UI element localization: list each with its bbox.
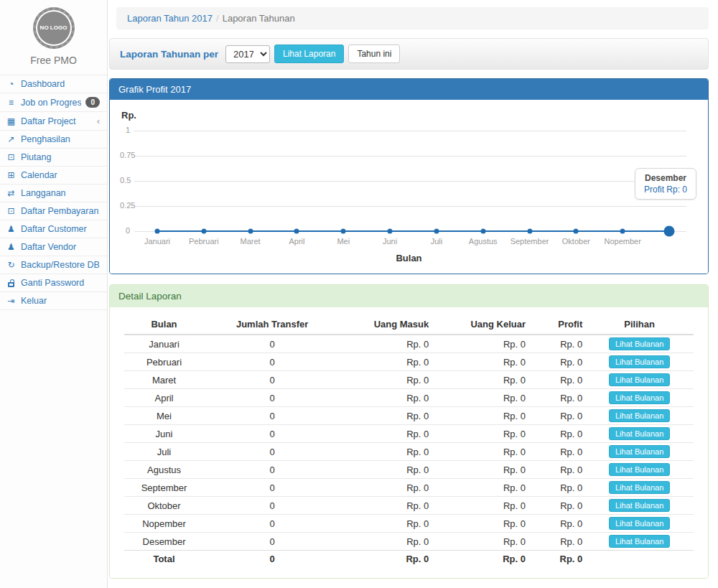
cell-bulan: Nopember — [124, 515, 204, 533]
chart-data-point-juni[interactable] — [388, 229, 393, 234]
cell-uang-keluar: Rp. 0 — [432, 443, 528, 461]
this-year-button[interactable]: Tahun ini — [348, 45, 400, 63]
sidebar-item-langganan[interactable]: ⇄Langganan — [0, 185, 107, 202]
sidebar-item-backup-restore-db[interactable]: ↻Backup/Restore DB — [0, 256, 107, 274]
view-monthly-button-nopember[interactable]: Lihat Bulanan — [609, 517, 670, 530]
table-row-maret: Maret0Rp. 0Rp. 0Rp. 0Lihat Bulanan — [124, 371, 694, 389]
sidebar-item-piutang[interactable]: ⊡Piutang — [0, 149, 107, 167]
view-report-button[interactable]: Lihat Laporan — [274, 45, 344, 63]
cell-profit: Rp. 0 — [528, 533, 585, 551]
cell-jumlah-transfer: 0 — [204, 407, 340, 425]
view-monthly-button-april[interactable]: Lihat Bulanan — [609, 391, 670, 404]
view-monthly-button-oktober[interactable]: Lihat Bulanan — [609, 499, 670, 512]
total-uang-keluar: Rp. 0 — [432, 551, 528, 568]
cell-uang-keluar: Rp. 0 — [432, 371, 528, 389]
brand-name: Free PMO — [0, 55, 107, 72]
sidebar-item-keluar[interactable]: ⇥Keluar — [0, 292, 107, 310]
view-monthly-button-juni[interactable]: Lihat Bulanan — [609, 427, 670, 440]
cell-bulan: Agustus — [124, 461, 204, 479]
view-monthly-button-januari[interactable]: Lihat Bulanan — [609, 337, 670, 350]
sidebar-item-daftar-vendor[interactable]: ♟Daftar Vendor — [0, 238, 107, 256]
chart-data-point-nopember[interactable] — [620, 229, 625, 234]
breadcrumb-link-year[interactable]: Laporan Tahun 2017 — [127, 13, 213, 24]
table-row-januari: Januari0Rp. 0Rp. 0Rp. 0Lihat Bulanan — [124, 335, 694, 353]
column-header-profit: Profit — [528, 314, 585, 335]
cell-bulan: Oktober — [124, 497, 204, 515]
y-axis-tick-label: 0 — [120, 226, 147, 235]
sidebar-item-label: Calendar — [21, 170, 101, 180]
chart-data-point-desember[interactable] — [664, 226, 675, 237]
cell-pilihan: Lihat Bulanan — [585, 371, 694, 389]
year-select[interactable]: 2017 — [225, 45, 270, 63]
breadcrumb-current: Laporan Tahunan — [223, 13, 295, 24]
sidebar-item-daftar-customer[interactable]: ♟Daftar Customer — [0, 220, 107, 238]
chart-data-point-oktober[interactable] — [574, 229, 579, 234]
cell-jumlah-transfer: 0 — [204, 335, 340, 353]
sidebar-item-job-on-progress[interactable]: ≡Job on Progress0 — [0, 93, 107, 112]
chart-data-point-pebruari[interactable] — [201, 229, 206, 234]
cell-profit: Rp. 0 — [528, 497, 585, 515]
logo-text: NO LOGO — [40, 24, 67, 32]
report-filter-bar: Laporan Tahunan per 2017 Lihat Laporan T… — [109, 38, 709, 70]
money-icon: ⊡ — [6, 152, 17, 162]
chart-data-point-april[interactable] — [294, 229, 299, 234]
view-monthly-button-desember[interactable]: Lihat Bulanan — [609, 535, 670, 548]
view-monthly-button-juli[interactable]: Lihat Bulanan — [609, 445, 670, 458]
sidebar-item-dashboard[interactable]: ◔Dashboard — [0, 75, 107, 93]
view-monthly-button-mei[interactable]: Lihat Bulanan — [609, 409, 670, 422]
cell-uang-keluar: Rp. 0 — [432, 407, 528, 425]
chart-data-point-juli[interactable] — [434, 229, 439, 234]
table-row-agustus: Agustus0Rp. 0Rp. 0Rp. 0Lihat Bulanan — [124, 461, 694, 479]
total-uang-masuk: Rp. 0 — [340, 551, 432, 568]
cell-uang-keluar: Rp. 0 — [432, 515, 528, 533]
cell-bulan: Januari — [124, 335, 204, 353]
users-icon: ♟ — [6, 224, 17, 234]
sidebar-item-daftar-pembayaran[interactable]: ⊡Daftar Pembayaran — [0, 202, 107, 220]
cell-profit: Rp. 0 — [528, 353, 585, 371]
chart-data-point-maret[interactable] — [248, 229, 253, 234]
sidebar-item-label: Backup/Restore DB — [21, 260, 101, 270]
table-row-juli: Juli0Rp. 0Rp. 0Rp. 0Lihat Bulanan — [124, 443, 694, 461]
refresh-icon: ↻ — [6, 260, 17, 270]
chart-x-axis-label: Bulan — [120, 253, 698, 263]
cell-jumlah-transfer: 0 — [204, 479, 340, 497]
cell-pilihan: Lihat Bulanan — [585, 407, 694, 425]
cell-bulan: Mei — [124, 407, 204, 425]
cell-jumlah-transfer: 0 — [204, 425, 340, 443]
sidebar-item-calendar[interactable]: ⊞Calendar — [0, 167, 107, 185]
app-layout: NO LOGO Free PMO ◔Dashboard≡Job on Progr… — [0, 0, 718, 588]
cell-profit: Rp. 0 — [528, 479, 585, 497]
view-monthly-button-agustus[interactable]: Lihat Bulanan — [609, 463, 670, 476]
chart-data-point-januari[interactable] — [155, 229, 160, 234]
cell-profit: Rp. 0 — [528, 461, 585, 479]
chart-series-track: JanuariPebruariMaretAprilMeiJuniJuliAgus… — [157, 131, 669, 231]
sidebar-item-label: Penghasilan — [21, 134, 101, 144]
sidebar-item-label: Daftar Vendor — [21, 242, 101, 252]
chart-data-point-agustus[interactable] — [480, 229, 485, 234]
retweet-icon: ⇄ — [6, 188, 17, 198]
cell-pilihan: Lihat Bulanan — [585, 389, 694, 407]
sidebar-menu: ◔Dashboard≡Job on Progress0▦Daftar Proje… — [0, 75, 107, 310]
sidebar-item-ganti-password[interactable]: Ganti Password — [0, 274, 107, 292]
count-badge: 0 — [85, 97, 100, 108]
view-monthly-button-september[interactable]: Lihat Bulanan — [609, 481, 670, 494]
cell-uang-masuk: Rp. 0 — [340, 335, 432, 353]
column-header-uang-masuk: Uang Masuk — [340, 314, 432, 335]
chart-data-point-september[interactable] — [527, 229, 532, 234]
cell-jumlah-transfer: 0 — [204, 515, 340, 533]
chart-data-point-mei[interactable] — [341, 229, 346, 234]
chart-line-icon: ↗ — [6, 134, 17, 144]
chart-tooltip-value: Profit Rp: 0 — [644, 185, 687, 195]
sidebar-item-label: Ganti Password — [21, 278, 101, 288]
cell-uang-keluar: Rp. 0 — [432, 533, 528, 551]
sidebar-item-daftar-project[interactable]: ▦Daftar Project‹ — [0, 112, 107, 131]
view-monthly-button-maret[interactable]: Lihat Bulanan — [609, 373, 670, 386]
sidebar-item-penghasilan[interactable]: ↗Penghasilan — [0, 131, 107, 149]
sidebar-item-label: Langganan — [21, 188, 101, 198]
cell-uang-masuk: Rp. 0 — [340, 461, 432, 479]
cell-uang-keluar: Rp. 0 — [432, 389, 528, 407]
view-monthly-button-pebruari[interactable]: Lihat Bulanan — [609, 355, 670, 368]
cell-jumlah-transfer: 0 — [204, 461, 340, 479]
breadcrumb: Laporan Tahun 2017/Laporan Tahunan — [116, 7, 709, 29]
cell-uang-masuk: Rp. 0 — [340, 425, 432, 443]
